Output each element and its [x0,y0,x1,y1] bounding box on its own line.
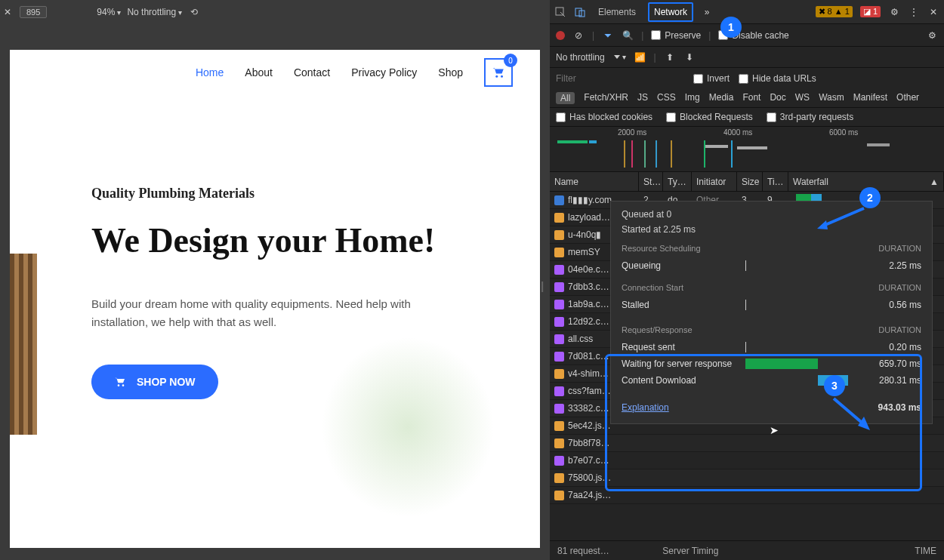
shop-now-label: SHOP NOW [137,376,196,388]
device-icon[interactable] [574,6,586,18]
highlight-box [605,354,922,491]
close-icon[interactable]: ✕ [2,6,14,18]
svg-rect-5 [575,8,582,16]
tab-elements[interactable]: Elements [594,4,640,20]
started-label: Started at 2.25 ms [622,224,921,235]
col-size[interactable]: Size [737,172,763,191]
download-icon[interactable]: ⬇ [683,51,696,63]
table-header: Name St… Ty… Initiator Size Ti… Waterfal… [550,172,944,192]
type-wasm[interactable]: Wasm [819,92,844,104]
type-css[interactable]: CSS [657,92,676,104]
svg-point-0 [495,75,498,78]
nav-privacy[interactable]: Privacy Policy [351,66,417,78]
row-value: 0.20 ms [846,342,921,352]
row-label: Queueing [622,260,735,271]
viewport-toolbar: ✕ 895 94% No throttling ⟲ [0,0,550,24]
filter-icon[interactable]: ⏷ [602,29,614,42]
type-all[interactable]: All [556,92,575,104]
row-value: 2.25 ms [846,260,921,271]
more-tabs-icon[interactable]: » [701,6,713,18]
sec-label: Connection Start [622,283,683,292]
blocked-req-checkbox[interactable]: Blocked Requests [666,112,753,122]
nav-home[interactable]: Home [196,66,224,78]
timeline-overview[interactable]: 2000 ms 4000 ms 6000 ms [550,127,944,172]
type-font[interactable]: Font [742,92,760,104]
zoom-dropdown[interactable]: 94% [97,7,121,17]
type-other[interactable]: Other [896,92,919,104]
svg-marker-8 [858,417,870,430]
type-doc[interactable]: Doc [770,92,785,104]
row-value: 0.56 ms [846,300,921,310]
close-devtools-icon[interactable]: ✕ [927,6,939,18]
callout-3: 3 [824,375,845,396]
search-icon[interactable]: 🔍 [622,29,634,42]
devtools-panel: Elements Network » ✖ 8 ▲ 1 ◪ 1 ⚙ ⋮ ✕ 1 ⊘… [550,0,944,560]
dur-label: DURATION [878,283,921,292]
filter-input[interactable] [556,73,684,84]
type-ws[interactable]: WS [795,92,810,104]
col-time[interactable]: Ti… [763,172,788,191]
col-initiator[interactable]: Initiator [692,172,737,191]
hero-subtitle: Quality Plumbing Materials [91,186,540,202]
nav-shop[interactable]: Shop [438,66,463,78]
time-label: TIME [915,546,936,556]
col-name[interactable]: Name [550,172,639,191]
type-img[interactable]: Img [685,92,700,104]
hero-desc: Build your dream home with quality equip… [91,295,446,331]
col-type[interactable]: Ty… [663,172,692,191]
hero-decor [10,254,37,435]
server-timing-label: Server Timing [662,546,718,556]
cart-icon [114,377,126,387]
type-filter-row: All Fetch/XHR JS CSS Img Media Font Doc … [550,89,944,108]
col-status[interactable]: St… [639,172,663,191]
dur-label: DURATION [878,325,921,334]
tick-label: 6000 ms [829,128,858,137]
arrow-icon [829,395,875,433]
gear-icon[interactable]: ⚙ [888,6,900,18]
arrow-icon [816,204,868,231]
sec-label: Resource Scheduling [622,244,701,253]
clear-icon[interactable]: ⊘ [572,29,585,42]
tab-network[interactable]: Network [648,2,693,22]
cart-button[interactable]: 0 [484,58,513,87]
shop-now-button[interactable]: SHOP NOW [91,365,218,399]
site-preview: Home About Contact Privacy Policy Shop 0… [10,50,540,548]
width-input[interactable]: 895 [20,6,47,18]
hero-headline: We Design your Home! [91,218,540,263]
preserve-log-checkbox[interactable]: Preserve [651,30,701,41]
request-count: 81 request… [557,546,609,556]
inspect-icon[interactable] [554,6,566,18]
svg-point-1 [501,75,503,78]
error-badge[interactable]: ◪ 1 [860,6,881,17]
sec-label: Request/Response [622,325,693,334]
blocked-cookies-checkbox[interactable]: Has blocked cookies [556,112,652,122]
leaf-decor [321,337,495,518]
callout-2: 2 [859,187,881,208]
type-manifest[interactable]: Manifest [853,92,887,104]
rotate-icon[interactable]: ⟲ [188,6,200,18]
callout-1: 1 [720,17,742,38]
nav-contact[interactable]: Contact [294,66,330,78]
svg-point-3 [122,384,125,386]
net-settings-icon[interactable]: ⚙ [926,29,938,42]
upload-icon[interactable]: ⬆ [664,51,676,63]
dur-label: DURATION [878,244,921,253]
queued-label: Queued at 0 [622,209,921,220]
net-throttle-dropdown[interactable]: No throttling [556,52,626,63]
nav-about[interactable]: About [245,66,273,78]
record-icon[interactable] [556,31,565,40]
hideurls-checkbox[interactable]: Hide data URLs [739,73,816,84]
3rdparty-checkbox[interactable]: 3rd-party requests [767,112,853,122]
wifi-icon[interactable]: 📶 [634,51,646,63]
invert-checkbox[interactable]: Invert [693,73,730,84]
type-media[interactable]: Media [709,92,734,104]
resize-handle-icon[interactable]: || [541,280,541,292]
issues-badge[interactable]: ✖ 8 ▲ 1 [816,6,853,17]
type-fetch[interactable]: Fetch/XHR [584,92,628,104]
site-nav: Home About Contact Privacy Policy Shop 0 [10,50,540,95]
svg-marker-7 [817,220,828,229]
kebab-icon[interactable]: ⋮ [908,6,920,18]
svg-point-2 [118,384,120,386]
throttle-dropdown[interactable]: No throttling [127,7,182,17]
type-js[interactable]: JS [637,92,648,104]
